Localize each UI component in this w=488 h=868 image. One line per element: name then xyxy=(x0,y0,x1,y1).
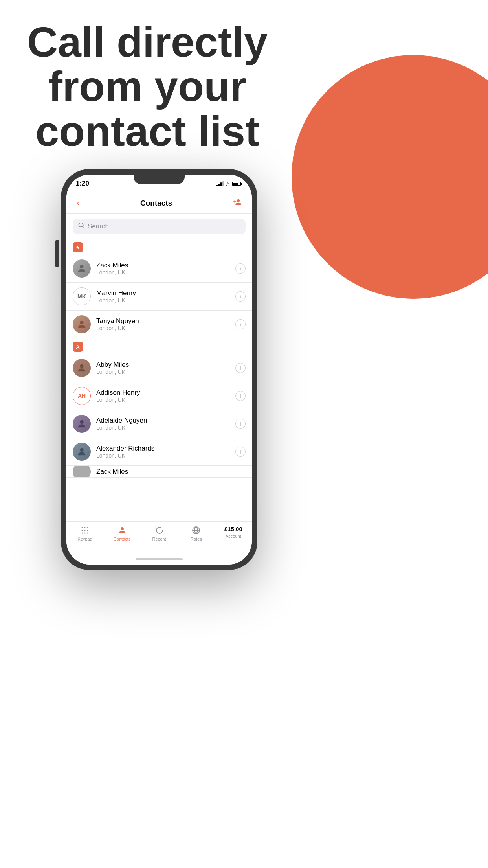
avatar: AH xyxy=(73,387,91,405)
account-label: Account xyxy=(226,534,241,539)
tab-contacts[interactable]: Contacts xyxy=(103,526,140,541)
search-icon xyxy=(78,223,84,230)
tab-keypad[interactable]: Keypad xyxy=(66,526,103,541)
contact-location: London, UK xyxy=(96,369,230,375)
contact-name: Marvin Henry xyxy=(96,289,230,297)
tab-bar: Keypad Contacts Recent xyxy=(66,521,252,554)
svg-point-2 xyxy=(80,364,83,368)
contact-row[interactable]: AH Addison Henry London, UK i xyxy=(66,382,252,410)
wifi-icon: △ xyxy=(226,181,230,187)
contact-info: Zack Miles xyxy=(96,468,246,476)
contact-name: Tanya Nguyen xyxy=(96,317,230,325)
contact-name: Zack Miles xyxy=(96,468,246,476)
info-button[interactable]: i xyxy=(235,319,246,329)
alpha-section-header: A xyxy=(66,338,252,354)
contact-info: Zack Miles London, UK xyxy=(96,261,230,276)
contact-location: London, UK xyxy=(96,269,230,276)
search-placeholder: Search xyxy=(88,223,109,230)
contact-location: London, UK xyxy=(96,297,230,303)
svg-point-12 xyxy=(84,533,86,534)
contact-location: London, UK xyxy=(96,452,230,459)
rates-label: Rates xyxy=(191,537,202,541)
svg-point-11 xyxy=(82,533,83,534)
recent-icon xyxy=(154,526,164,535)
avatar xyxy=(73,359,91,377)
svg-point-3 xyxy=(80,420,83,424)
favorites-badge: ★ xyxy=(73,242,83,252)
info-button[interactable]: i xyxy=(235,263,246,274)
status-time: 1:20 xyxy=(76,180,89,188)
hero-title: Call directly from your contact list xyxy=(0,20,295,153)
svg-point-8 xyxy=(82,530,83,531)
svg-point-1 xyxy=(80,321,83,324)
navigation-bar: ‹ Contacts xyxy=(66,193,252,214)
background-decoration xyxy=(292,55,488,299)
contact-info: Alexander Richards London, UK xyxy=(96,445,230,459)
contact-name: Abby Miles xyxy=(96,361,230,369)
search-container: Search xyxy=(66,214,252,239)
contact-location: London, UK xyxy=(96,325,230,331)
home-indicator xyxy=(66,554,252,565)
avatar xyxy=(73,466,91,478)
phone-mockup: 1:20 △ ‹ Contacts xyxy=(61,169,257,562)
phone-notch xyxy=(134,175,185,184)
contacts-list: ★ Zack Miles London, UK xyxy=(66,239,252,521)
info-button[interactable]: i xyxy=(235,447,246,457)
contact-name: Adelaide Nguyen xyxy=(96,417,230,425)
contact-row[interactable]: Abby Miles London, UK i xyxy=(66,354,252,382)
contacts-icon xyxy=(117,526,127,535)
svg-point-4 xyxy=(80,448,83,452)
battery-icon xyxy=(232,182,241,186)
screen-title: Contacts xyxy=(140,199,172,208)
contact-row[interactable]: Alexander Richards London, UK i xyxy=(66,438,252,466)
globe-icon xyxy=(191,526,201,535)
keypad-label: Keypad xyxy=(78,537,92,541)
status-icons: △ xyxy=(216,181,241,187)
search-bar[interactable]: Search xyxy=(73,219,246,234)
contact-row[interactable]: Zack Miles London, UK i xyxy=(66,255,252,283)
svg-point-0 xyxy=(80,265,83,268)
contact-info: Tanya Nguyen London, UK xyxy=(96,317,230,331)
contact-name: Addison Henry xyxy=(96,389,230,397)
avatar xyxy=(73,259,91,278)
hero-line1: Call directly xyxy=(27,18,268,66)
contacts-label: Contacts xyxy=(114,537,130,541)
add-contact-button[interactable] xyxy=(233,198,242,208)
tab-recent[interactable]: Recent xyxy=(141,526,178,541)
contact-row[interactable]: MK Marvin Henry London, UK i xyxy=(66,283,252,311)
account-balance: £15.00 xyxy=(224,526,242,532)
svg-point-13 xyxy=(87,533,88,534)
info-button[interactable]: i xyxy=(235,291,246,302)
contact-row-partial: Zack Miles xyxy=(66,466,252,478)
svg-point-6 xyxy=(84,527,86,528)
info-button[interactable]: i xyxy=(235,419,246,429)
phone-screen: 1:20 △ ‹ Contacts xyxy=(66,175,252,565)
back-button[interactable]: ‹ xyxy=(77,198,79,208)
hero-line2: from your xyxy=(48,63,246,110)
svg-point-7 xyxy=(87,527,88,528)
info-button[interactable]: i xyxy=(235,391,246,401)
recent-label: Recent xyxy=(152,537,166,541)
keypad-icon xyxy=(80,526,90,535)
signal-icon xyxy=(216,181,224,186)
svg-point-10 xyxy=(87,530,88,531)
alpha-badge: A xyxy=(73,342,83,352)
contact-info: Abby Miles London, UK xyxy=(96,361,230,375)
contact-info: Addison Henry London, UK xyxy=(96,389,230,403)
contact-name: Zack Miles xyxy=(96,261,230,269)
contact-info: Adelaide Nguyen London, UK xyxy=(96,417,230,431)
hero-line3: contact list xyxy=(35,107,259,155)
avatar: MK xyxy=(73,287,91,305)
avatar xyxy=(73,415,91,433)
contact-name: Alexander Richards xyxy=(96,445,230,452)
svg-point-5 xyxy=(82,527,83,528)
info-button[interactable]: i xyxy=(235,363,246,373)
favorites-section-header: ★ xyxy=(66,239,252,255)
contact-row[interactable]: Tanya Nguyen London, UK i xyxy=(66,311,252,338)
tab-account[interactable]: £15.00 Account xyxy=(215,526,252,539)
contact-location: London, UK xyxy=(96,397,230,403)
contact-location: London, UK xyxy=(96,425,230,431)
tab-rates[interactable]: Rates xyxy=(178,526,215,541)
home-bar xyxy=(136,558,183,560)
contact-row[interactable]: Adelaide Nguyen London, UK i xyxy=(66,410,252,438)
